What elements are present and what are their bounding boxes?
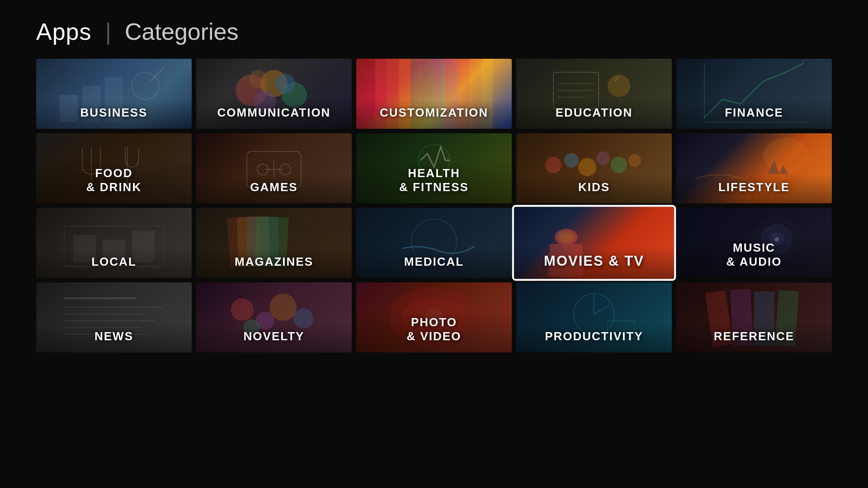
tile-news[interactable]: NEWS bbox=[36, 282, 192, 352]
tile-label-news: NEWS bbox=[36, 323, 192, 352]
tile-business[interactable]: BUSINESS bbox=[36, 59, 192, 129]
tile-productivity[interactable]: PRODUCTIVITY bbox=[516, 282, 672, 352]
tile-health-fitness[interactable]: HEALTH & FITNESS bbox=[356, 133, 512, 203]
header-divider: | bbox=[105, 18, 112, 45]
svg-point-36 bbox=[545, 157, 561, 173]
header: Apps | Categories bbox=[0, 0, 868, 59]
categories-grid: BUSINESSCOMMUNICATIONCUSTOMIZATIONEDUCAT… bbox=[0, 59, 868, 357]
tile-local[interactable]: LOCAL bbox=[36, 208, 192, 278]
tile-label-music-audio: MUSIC & AUDIO bbox=[676, 234, 832, 278]
tile-label-food-drink: FOOD & DRINK bbox=[36, 160, 192, 203]
apps-label[interactable]: Apps bbox=[36, 18, 92, 45]
tile-food-drink[interactable]: FOOD & DRINK bbox=[36, 133, 192, 203]
tile-photo-video[interactable]: PHOTO & VIDEO bbox=[356, 282, 512, 352]
tile-label-health-fitness: HEALTH & FITNESS bbox=[356, 160, 512, 203]
svg-point-37 bbox=[564, 153, 579, 168]
tile-label-business: BUSINESS bbox=[36, 99, 192, 129]
tile-education[interactable]: EDUCATION bbox=[516, 59, 672, 129]
tile-label-kids: KIDS bbox=[516, 174, 672, 203]
svg-point-68 bbox=[231, 298, 254, 321]
tile-label-finance: FINANCE bbox=[676, 99, 832, 129]
tile-label-education: EDUCATION bbox=[516, 99, 672, 129]
tile-finance[interactable]: FINANCE bbox=[676, 59, 832, 129]
tile-novelty[interactable]: NOVELTY bbox=[196, 282, 352, 352]
svg-point-9 bbox=[275, 74, 295, 94]
svg-point-41 bbox=[628, 154, 641, 167]
tile-label-magazines: MAGAZINES bbox=[196, 248, 352, 278]
svg-point-57 bbox=[559, 232, 573, 242]
tile-label-movies-tv: MOVIES & TV bbox=[514, 246, 674, 279]
tile-kids[interactable]: KIDS bbox=[516, 133, 672, 203]
tile-customization[interactable]: CUSTOMIZATION bbox=[356, 59, 512, 129]
tile-label-communication: COMMUNICATION bbox=[196, 99, 352, 129]
tile-reference[interactable]: REFERENCE bbox=[676, 282, 832, 352]
tile-label-lifestyle: LIFESTYLE bbox=[676, 174, 832, 203]
svg-point-40 bbox=[611, 157, 627, 173]
svg-point-70 bbox=[269, 294, 297, 321]
svg-point-25 bbox=[608, 75, 630, 97]
tile-label-productivity: PRODUCTIVITY bbox=[516, 323, 672, 352]
tile-label-customization: CUSTOMIZATION bbox=[356, 99, 512, 129]
tile-lifestyle[interactable]: LIFESTYLE bbox=[676, 133, 832, 203]
tile-label-novelty: NOVELTY bbox=[196, 323, 352, 352]
tile-magazines[interactable]: MAGAZINES bbox=[196, 208, 352, 278]
svg-line-4 bbox=[150, 68, 164, 81]
tile-communication[interactable]: COMMUNICATION bbox=[196, 59, 352, 129]
tile-games[interactable]: GAMES bbox=[196, 133, 352, 203]
svg-point-10 bbox=[249, 70, 267, 88]
tile-label-games: GAMES bbox=[196, 174, 352, 203]
tile-movies-tv[interactable]: MOVIES & TV bbox=[514, 207, 674, 279]
tile-label-local: LOCAL bbox=[36, 248, 192, 278]
tile-medical[interactable]: MEDICAL bbox=[356, 208, 512, 278]
svg-point-39 bbox=[596, 151, 610, 165]
svg-point-42 bbox=[763, 138, 808, 174]
tile-label-medical: MEDICAL bbox=[356, 248, 512, 278]
tile-label-photo-video: PHOTO & VIDEO bbox=[356, 309, 512, 352]
tile-label-reference: REFERENCE bbox=[676, 323, 832, 352]
tile-music-audio[interactable]: MUSIC & AUDIO bbox=[676, 208, 832, 278]
categories-label: Categories bbox=[125, 18, 238, 45]
